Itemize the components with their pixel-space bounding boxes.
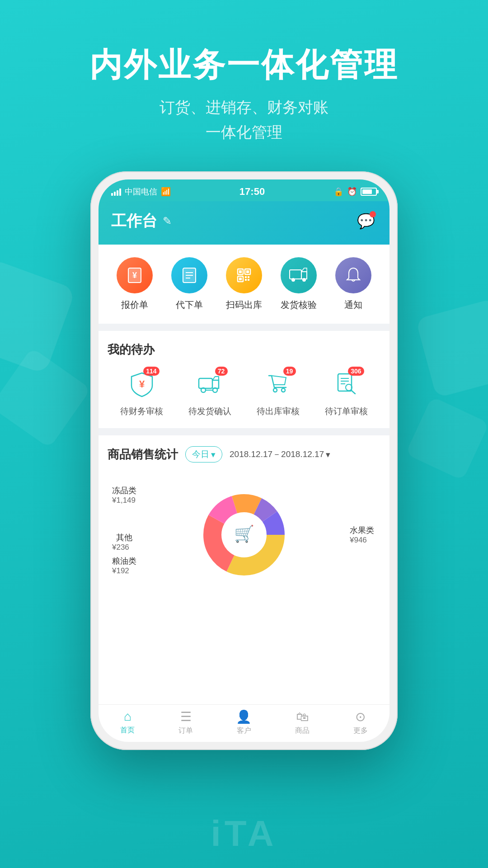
date-range-text: 2018.12.17－2018.12.17 (230, 448, 324, 460)
pending-label-chuku: 待出库审核 (257, 406, 300, 417)
nav-item-home[interactable]: ⌂ 首页 (99, 709, 157, 736)
divider-1 (99, 324, 389, 331)
nav-item-customers[interactable]: 👤 客户 (215, 709, 273, 736)
list-icon: ☰ (180, 709, 192, 724)
action-label-baojia: 报价单 (121, 299, 148, 311)
badge-caiwu: 114 (143, 367, 159, 376)
quick-actions: ¥ 报价单 (99, 245, 389, 324)
pending-label-fahuo: 待发货确认 (188, 406, 231, 417)
pending-label-caiwu: 待财务审核 (120, 406, 163, 417)
lock-icon: 🔒 (333, 187, 343, 197)
pending-item-caiwu[interactable]: ¥ 114 待财务审核 (120, 368, 163, 417)
pending-title: 我的待办 (108, 342, 380, 358)
donut-chart-svg: 🛒 (194, 485, 294, 585)
action-label-tongzhi: 通知 (344, 299, 362, 311)
svg-rect-26 (338, 374, 352, 391)
date-chevron-icon: ▾ (326, 449, 330, 460)
date-filter-button[interactable]: 今日 ▾ (185, 446, 222, 462)
nav-label-products: 商品 (295, 726, 310, 736)
pending-items-list: ¥ 114 待财务审核 (108, 368, 380, 417)
bag-icon: 🛍 (296, 709, 309, 724)
filter-today-label: 今日 (192, 448, 209, 460)
action-item-baojia[interactable]: ¥ 报价单 (108, 257, 162, 311)
app-title-row: 工作台 ✎ (111, 211, 172, 231)
svg-rect-15 (248, 279, 249, 281)
ita-watermark: iTA (211, 813, 277, 854)
alarm-icon: ⏰ (347, 187, 357, 197)
signal-bar-2 (114, 192, 116, 196)
chart-label-right: 水果类 ¥946 (350, 525, 374, 545)
label-shuiguo: 水果类 (350, 525, 374, 536)
value-shuiguo: ¥946 (350, 536, 374, 545)
signal-bar-4 (119, 189, 121, 196)
pending-icon-fahuo: 72 (194, 368, 226, 400)
pending-item-chuku[interactable]: 19 待出库审核 (257, 368, 300, 417)
qrcode-icon (235, 266, 253, 284)
action-circle-saoma (226, 257, 262, 293)
badge-fahuo: 72 (215, 367, 228, 376)
badge-dingdan: 306 (348, 367, 364, 376)
bell-icon (344, 266, 362, 284)
badge-chuku: 19 (283, 367, 296, 376)
sub-title-line1: 订货、进销存、财务对账 (160, 99, 328, 116)
pending-item-dingdan[interactable]: 306 待订单审核 (325, 368, 368, 417)
edit-icon[interactable]: ✎ (163, 215, 172, 227)
nav-item-orders[interactable]: ☰ 订单 (157, 709, 215, 736)
signal-bar-3 (117, 190, 118, 196)
nav-item-more[interactable]: ⊙ 更多 (331, 709, 389, 736)
value-qita: ¥236 (112, 543, 136, 552)
svg-rect-20 (199, 378, 212, 388)
action-item-fahuo[interactable]: 发货核验 (271, 257, 326, 311)
svg-line-31 (351, 390, 355, 394)
svg-point-17 (291, 278, 295, 282)
svg-text:¥: ¥ (132, 271, 137, 280)
action-circle-daixia (171, 257, 207, 293)
signal-bar-1 (111, 193, 113, 196)
svg-rect-16 (290, 270, 301, 279)
person-icon: 👤 (236, 709, 252, 724)
action-item-saoma[interactable]: 扫码出库 (217, 257, 272, 311)
action-circle-tongzhi (335, 257, 371, 293)
main-title: 内外业务一体化管理 (0, 45, 488, 84)
header-section: 内外业务一体化管理 订货、进销存、财务对账 一体化管理 (0, 0, 488, 144)
action-label-saoma: 扫码出库 (226, 299, 262, 311)
nav-label-more: 更多 (353, 726, 368, 736)
svg-rect-13 (248, 276, 249, 278)
svg-text:🛒: 🛒 (234, 524, 254, 543)
label-qita: 其他 (112, 532, 136, 543)
nav-label-customers: 客户 (237, 726, 251, 736)
date-range-display[interactable]: 2018.12.17－2018.12.17 ▾ (230, 448, 330, 460)
wifi-icon: 📶 (161, 187, 171, 197)
phone-frame: 中国电信 📶 17:50 🔒 ⏰ 工作台 ✎ (90, 171, 398, 750)
notification-button[interactable]: 💬 (355, 210, 377, 232)
status-right: 🔒 ⏰ (333, 187, 377, 197)
bottom-nav: ⌂ 首页 ☰ 订单 👤 客户 🛍 商品 (99, 704, 389, 742)
battery-icon (361, 188, 377, 196)
action-item-tongzhi[interactable]: 通知 (326, 257, 380, 311)
sales-header: 商品销售统计 今日 ▾ 2018.12.17－2018.12.17 ▾ (108, 446, 380, 462)
nav-label-orders: 订单 (178, 726, 193, 736)
sub-title-line2: 一体化管理 (206, 123, 282, 141)
pending-label-dingdan: 待订单审核 (325, 406, 368, 417)
svg-rect-14 (245, 279, 247, 281)
chart-label-left-top: 冻品类 ¥1,149 (112, 485, 136, 505)
divider-2 (99, 428, 389, 435)
value-liangyu: ¥192 (112, 566, 136, 576)
action-item-daixia[interactable]: 代下单 (162, 257, 217, 311)
app-title: 工作台 (111, 211, 157, 231)
phone-wrapper: 中国电信 📶 17:50 🔒 ⏰ 工作台 ✎ (0, 171, 488, 750)
pending-item-fahuo[interactable]: 72 待发货确认 (188, 368, 231, 417)
pending-section: 我的待办 ¥ 114 待财务审核 (99, 331, 389, 428)
pending-icon-caiwu: ¥ 114 (126, 368, 158, 400)
svg-point-18 (302, 278, 306, 282)
order-icon (180, 266, 198, 284)
nav-item-products[interactable]: 🛍 商品 (273, 709, 331, 736)
chart-area: 冻品类 ¥1,149 其他 ¥236 粮油类 ¥192 (108, 472, 380, 598)
action-label-fahuo: 发货核验 (281, 299, 317, 311)
status-bar: 中国电信 📶 17:50 🔒 ⏰ (99, 179, 389, 201)
svg-text:¥: ¥ (139, 378, 145, 390)
svg-rect-10 (246, 270, 249, 273)
content-area: ¥ 报价单 (99, 245, 389, 742)
battery-fill (362, 189, 372, 194)
svg-rect-9 (239, 270, 242, 273)
